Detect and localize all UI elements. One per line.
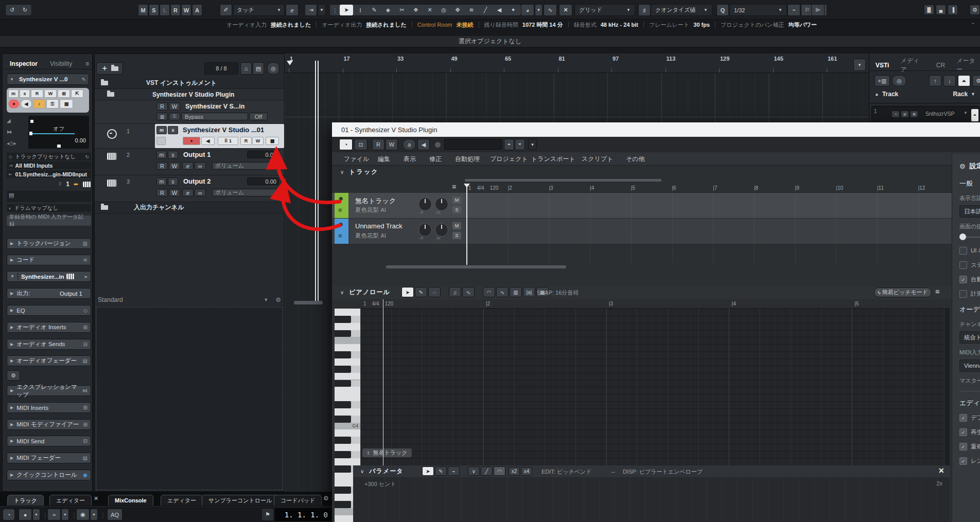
menu-2[interactable]: 表示 [404, 155, 416, 164]
x4-button[interactable]: x4 [521, 467, 532, 476]
window-layout-1-icon[interactable]: ▐▌ [924, 5, 934, 15]
waveform-icon[interactable]: ▥ [510, 287, 522, 297]
tab-メーター[interactable]: メーター [956, 57, 980, 74]
white-key[interactable] [335, 309, 360, 316]
automation-off-box[interactable]: Off [249, 113, 268, 120]
read-automation-button[interactable]: R [372, 139, 384, 150]
black-key[interactable] [335, 416, 351, 423]
white-key[interactable] [335, 337, 360, 345]
settings-checkbox-row[interactable]: ✓レンダ [959, 457, 980, 465]
v-icon[interactable]: ∨ [468, 466, 480, 476]
solo-button[interactable]: s [168, 151, 178, 159]
bypass-inserts-button[interactable]: ∞ [195, 162, 206, 170]
inspector-section-midi-send[interactable]: ▶MIDI Send⊟ [7, 436, 91, 446]
tab-vsti[interactable]: VSTi [876, 62, 889, 69]
write-button[interactable]: W [169, 102, 180, 111]
select-tool[interactable]: ➤ [340, 5, 353, 15]
select-tool[interactable]: ➤ [401, 287, 414, 297]
move-up-icon[interactable]: ↑ [929, 75, 941, 86]
rack-settings-icon[interactable]: ⚙ [972, 75, 980, 86]
write-button[interactable]: W [169, 189, 180, 196]
white-key[interactable] [335, 458, 360, 466]
volume-slider[interactable]: ボリューム [212, 162, 279, 170]
editor-settings-icon[interactable]: ⚙ [275, 296, 281, 303]
settings-checkbox-row[interactable]: ✓デフォル [959, 414, 980, 422]
setup-icon[interactable]: ⚙ [970, 5, 980, 15]
pianoroll-ruler[interactable]: 1 4/4 120|2|3|4|5 [353, 299, 950, 309]
lowerzone-settings-icon[interactable]: ⚙ [323, 495, 329, 502]
quantize-icon[interactable]: ♯ [638, 4, 651, 16]
solo-button[interactable]: S [452, 206, 461, 213]
pianoroll-menu-icon[interactable]: ≡ [935, 287, 939, 296]
checkbox[interactable] [156, 137, 166, 145]
range-select-tool[interactable]: I [354, 5, 367, 15]
track-row-synthv[interactable]: 1 m s Synthesizer V Studio ...01 ● ◀ ⠿ 1… [95, 124, 284, 149]
collapse-pianoroll-icon[interactable]: ∨ [340, 290, 344, 295]
mute-button[interactable]: m [156, 177, 167, 186]
q-icon[interactable]: Q [716, 4, 729, 16]
read-button[interactable]: R [156, 162, 168, 170]
move-down-icon[interactable]: ↓ [943, 75, 956, 86]
simple-pitch-mode-button[interactable]: ϟ 簡易ピッチモード [874, 287, 932, 297]
solo-button[interactable]: s [168, 177, 178, 186]
iterative-quantize-icon[interactable]: ⌁ [787, 4, 800, 16]
split-tool[interactable]: ✂ [395, 5, 409, 15]
global-r-button[interactable]: R [170, 4, 181, 16]
list-icon[interactable]: ▤ [253, 62, 264, 75]
settings-checkbox-row[interactable]: ✓重複を [959, 443, 980, 451]
step-icon[interactable]: ⌁ [448, 466, 460, 476]
white-key[interactable] [335, 429, 360, 437]
freeze-icon[interactable]: ❄ [910, 111, 918, 118]
midi-record-dropdown-icon[interactable]: ▼ [90, 509, 98, 520]
arrange-ruler[interactable]: 1173349658197113129145161 [285, 53, 869, 73]
record-mode-icon[interactable]: ● [19, 509, 32, 520]
audition-tool[interactable]: ◀ [493, 5, 506, 15]
preset-menu-icon[interactable]: ▼ [528, 139, 537, 150]
settings-checkbox-row[interactable]: ✓自動ス [959, 276, 980, 283]
track-row-output2[interactable]: 3 m s Output 2 0.00 R W e ∞ ボリューム [95, 175, 284, 202]
folder-row-io[interactable]: 入出力チャンネル [95, 202, 284, 213]
timewarp-tool[interactable]: ≋ [465, 5, 478, 15]
bottom-tab-1[interactable]: エディター [49, 495, 92, 506]
record-enable-button[interactable]: ● [183, 137, 200, 145]
bypass-icon[interactable]: ⊡ [354, 139, 367, 150]
inspector-section-track-versions[interactable]: ▶トラックバージョン▥ [7, 238, 91, 249]
white-key[interactable] [335, 408, 360, 416]
black-key[interactable] [335, 316, 351, 323]
write-automation-button[interactable]: W [386, 139, 398, 150]
tracks-h-scrollbar[interactable] [465, 179, 661, 182]
undo-button[interactable]: ↺ [6, 5, 19, 15]
settings-checkbox-row[interactable]: 計測デ [959, 290, 980, 298]
menu-3[interactable]: 修正 [429, 155, 442, 164]
collapse-all-icon[interactable]: ⏶ [958, 75, 970, 86]
settings-checkbox-row[interactable]: ✓再生時 [959, 428, 980, 436]
curve-icon[interactable]: ◠ [494, 466, 505, 476]
swap-params-icon[interactable]: ↔ [610, 468, 616, 474]
bottom-tab-6[interactable]: コードパッド [274, 495, 322, 506]
automation-icon[interactable]: ✐ [220, 4, 232, 16]
zoom-tool[interactable]: ◎ [437, 5, 450, 15]
metronome-icon[interactable]: ◔ [3, 509, 15, 520]
record-mode-dropdown-icon[interactable]: ▼ [32, 509, 40, 520]
next-preset-icon[interactable]: ⏷ [515, 139, 525, 150]
slot-collapse-icon[interactable]: ⏶ [971, 109, 979, 122]
white-key[interactable]: C4 [335, 423, 360, 430]
color-palette-icon[interactable]: ◕ [521, 4, 534, 16]
volume-value-box[interactable]: 0.00 [247, 151, 279, 158]
redo-button[interactable]: ↻ [19, 5, 31, 15]
switch-interface-icon[interactable]: ◀ [417, 139, 430, 150]
volume-knob[interactable] [418, 197, 432, 211]
select-tool[interactable]: ➤ [422, 466, 434, 476]
autoscroll-icon[interactable]: ⇥ [305, 4, 317, 16]
window-layout-2-icon[interactable]: ▄ [936, 5, 946, 15]
global-s-button[interactable]: S [149, 4, 159, 16]
curve-icon[interactable]: ∿ [544, 4, 557, 16]
hand-tool[interactable]: ✥ [451, 5, 464, 15]
draw-tool[interactable]: ✎ [415, 287, 427, 297]
edit-channel-button[interactable]: e [182, 189, 194, 196]
read-button[interactable]: R [156, 189, 168, 196]
ramp-icon[interactable]: ╱ [481, 466, 493, 476]
mute-button[interactable]: M [452, 196, 461, 204]
global-l-button[interactable]: L [160, 4, 170, 16]
color-dropdown-icon[interactable]: ▼ [535, 4, 542, 16]
